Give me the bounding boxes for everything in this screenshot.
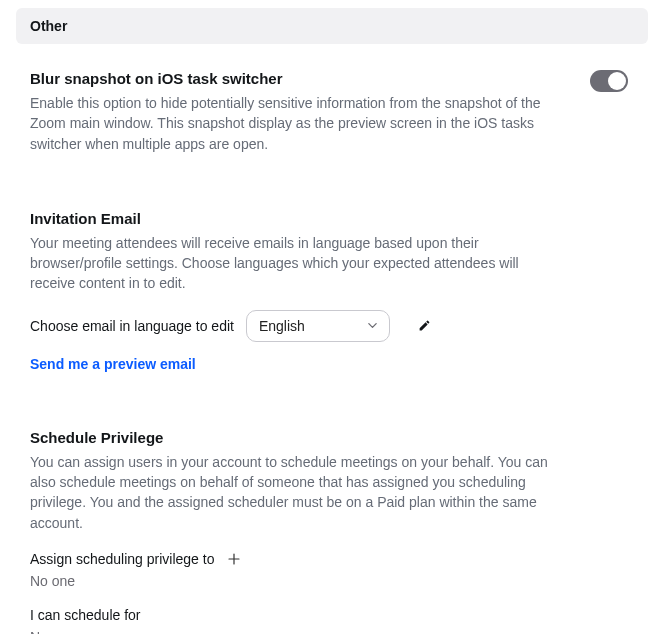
blur-snapshot-desc: Enable this option to hide potentially s… [30,93,550,154]
language-select[interactable]: English [246,310,390,342]
section-header-title: Other [30,18,634,34]
invitation-email-title: Invitation Email [30,210,628,227]
blur-snapshot-toggle[interactable] [590,70,628,92]
setting-invitation-email: Invitation Email Your meeting attendees … [30,154,648,373]
setting-blur-snapshot: Blur snapshot on iOS task switcher Enabl… [30,44,648,154]
setting-schedule-privilege: Schedule Privilege You can assign users … [30,373,648,634]
assign-privilege-value: No one [30,573,628,589]
schedule-privilege-desc: You can assign users in your account to … [30,452,550,533]
can-schedule-value: No one [30,629,628,634]
choose-language-label: Choose email in language to edit [30,318,234,334]
plus-icon[interactable] [228,553,240,565]
blur-snapshot-title: Blur snapshot on iOS task switcher [30,70,550,87]
can-schedule-label: I can schedule for [30,607,628,623]
edit-icon[interactable] [418,319,431,332]
send-preview-link[interactable]: Send me a preview email [30,356,196,372]
schedule-privilege-title: Schedule Privilege [30,429,628,446]
invitation-email-desc: Your meeting attendees will receive emai… [30,233,550,294]
section-header: Other [16,8,648,44]
assign-privilege-label: Assign scheduling privilege to [30,551,214,567]
